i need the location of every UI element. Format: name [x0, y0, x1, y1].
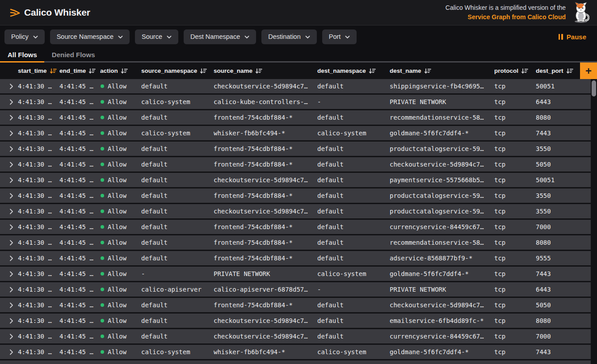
- expand-chevron-icon[interactable]: [9, 146, 13, 152]
- table-row[interactable]: 4:41:30 … 4:41:45 … Allow default fronte…: [0, 142, 591, 156]
- expand-chevron-icon[interactable]: [9, 209, 13, 214]
- filter-dropdown-button[interactable]: Policy: [4, 29, 45, 44]
- cell-source-name: frontend-754cdbf884-*: [214, 114, 317, 121]
- expand-chevron-icon[interactable]: [9, 130, 13, 136]
- expand-chevron-icon[interactable]: [9, 224, 13, 230]
- table-row[interactable]: 4:41:30 … 4:41:45 … Allow - PRIVATE NETW…: [0, 267, 591, 281]
- sort-icon: [50, 68, 57, 74]
- allow-status-dot: [101, 84, 104, 88]
- expand-chevron-icon[interactable]: [9, 177, 13, 183]
- table-row[interactable]: 4:41:30 … 4:41:45 … Allow default checko…: [0, 173, 591, 187]
- column-header[interactable]: start_time: [18, 67, 59, 74]
- add-column-button[interactable]: +: [580, 63, 597, 79]
- column-header[interactable]: dest_namespace: [317, 67, 390, 74]
- column-header-label: source_name: [214, 67, 252, 74]
- cell-dest-name: currencyservice-84459c67…: [390, 333, 494, 340]
- cell-action: Allow: [100, 239, 141, 246]
- column-header[interactable]: protocol: [494, 67, 536, 74]
- cell-start-time: 4:41:30 …: [18, 255, 59, 262]
- filter-dropdown-button[interactable]: Port: [322, 29, 357, 44]
- cell-start-time: 4:41:30 …: [18, 223, 59, 230]
- filter-dropdown-button[interactable]: Source: [135, 29, 178, 44]
- table-row[interactable]: 4:41:30 … 4:41:45 … Allow default fronte…: [0, 235, 591, 250]
- table-row[interactable]: 4:41:30 … 4:41:45 … Allow calico-apiserv…: [0, 282, 591, 297]
- cell-protocol: tcp: [494, 301, 536, 309]
- expand-chevron-icon[interactable]: [9, 318, 13, 324]
- expand-chevron-icon[interactable]: [9, 99, 13, 105]
- cell-dest-name: checkoutservice-5d9894c7…: [390, 301, 494, 309]
- column-header-label: start_time: [18, 67, 47, 74]
- table-row[interactable]: 4:41:30 … 4:41:45 … Allow default fronte…: [0, 220, 591, 234]
- cell-source-namespace: default: [141, 145, 214, 152]
- whisker-logo-icon: [9, 6, 21, 19]
- cell-end-time: 4:41:45 …: [59, 239, 100, 246]
- cell-dest-port: 7000: [536, 223, 591, 230]
- table-row[interactable]: 4:41:30 … 4:41:45 … Allow calico-system …: [0, 345, 591, 359]
- column-header[interactable]: dest_port: [536, 67, 579, 74]
- table-row[interactable]: 4:41:30 … 4:41:45 … Allow calico-system …: [0, 126, 591, 140]
- column-header-label: action: [100, 67, 118, 74]
- expand-chevron-icon[interactable]: [9, 334, 13, 339]
- flows-tab[interactable]: All Flows: [0, 48, 44, 63]
- filter-bar: Policy Source Namespace Source Dest Name…: [0, 25, 597, 48]
- table-row[interactable]: 4:41:30 … 4:41:45 … Allow default checko…: [0, 329, 591, 343]
- column-header[interactable]: dest_name: [390, 67, 494, 74]
- cell-source-namespace: default: [141, 192, 214, 199]
- table-row[interactable]: 4:41:30 … 4:41:45 … Allow default fronte…: [0, 251, 591, 265]
- expand-chevron-icon[interactable]: [9, 84, 13, 89]
- expand-chevron-icon[interactable]: [9, 255, 13, 261]
- expand-chevron-icon[interactable]: [9, 115, 13, 121]
- top-bar: Calico Whisker Calico Whisker is a simpl…: [0, 0, 597, 25]
- cell-protocol: tcp: [494, 98, 536, 105]
- cell-dest-namespace: calico-system: [317, 270, 390, 277]
- cell-start-time: 4:41:30 …: [18, 301, 59, 309]
- table-row[interactable]: 4:41:30 … 4:41:45 … Allow default fronte…: [0, 157, 591, 172]
- filter-dropdown-button[interactable]: Destination: [261, 29, 317, 44]
- calico-cat-mascot: [571, 2, 591, 23]
- cell-dest-name: paymentservice-5575668b5…: [390, 176, 494, 184]
- filter-dropdown-button[interactable]: Source Namespace: [50, 29, 130, 44]
- cell-dest-name: productcatalogservice-59…: [390, 192, 494, 199]
- filter-dropdown-button[interactable]: Dest Namespace: [184, 29, 256, 44]
- expand-chevron-icon[interactable]: [9, 240, 13, 246]
- cell-action: Allow: [100, 114, 141, 121]
- column-header[interactable]: source_name: [214, 67, 317, 74]
- filter-label: Port: [329, 33, 341, 40]
- column-header-label: protocol: [494, 67, 518, 74]
- cell-action: Allow: [100, 223, 141, 230]
- table-row[interactable]: 4:41:30 … 4:41:45 … Allow default checko…: [0, 314, 591, 328]
- cell-source-name: frontend-754cdbf884-*: [214, 301, 317, 309]
- cell-protocol: tcp: [494, 161, 536, 168]
- allow-status-dot: [101, 178, 104, 182]
- table-row[interactable]: 4:41:30 … 4:41:45 … Allow default fronte…: [0, 298, 591, 312]
- scrollbar-thumb[interactable]: [592, 80, 596, 96]
- expand-chevron-icon[interactable]: [9, 287, 13, 293]
- column-header[interactable]: end_time: [59, 67, 100, 74]
- cell-dest-port: 50051: [536, 83, 591, 90]
- service-graph-link[interactable]: Service Graph from Calico Cloud: [468, 13, 566, 21]
- table-row[interactable]: 4:41:30 … 4:41:45 … Allow default fronte…: [0, 110, 591, 125]
- allow-status-dot: [101, 288, 104, 291]
- pause-button[interactable]: Pause: [555, 31, 590, 42]
- table-row[interactable]: 4:41:30 … 4:41:45 … Allow default checko…: [0, 79, 591, 93]
- cell-dest-name: checkoutservice-5d9894c7…: [390, 161, 494, 168]
- table-row[interactable]: 4:41:30 … 4:41:45 … Allow default checko…: [0, 204, 591, 218]
- expand-chevron-icon[interactable]: [9, 271, 13, 277]
- column-header-label: dest_port: [536, 67, 563, 74]
- expand-chevron-icon[interactable]: [9, 162, 13, 167]
- column-header[interactable]: action: [100, 67, 141, 74]
- cell-action: Allow: [100, 130, 141, 137]
- allow-status-dot: [101, 225, 104, 229]
- cell-dest-namespace: default: [317, 192, 390, 199]
- cell-start-time: 4:41:30 …: [18, 333, 59, 340]
- cell-end-time: 4:41:45 …: [59, 208, 100, 215]
- cell-source-namespace: default: [141, 333, 214, 340]
- expand-chevron-icon[interactable]: [9, 302, 13, 308]
- table-row[interactable]: 4:41:30 … 4:41:45 … Allow default fronte…: [0, 188, 591, 203]
- column-header[interactable]: source_namespace: [141, 67, 214, 74]
- expand-chevron-icon[interactable]: [9, 349, 13, 355]
- flows-tab[interactable]: Denied Flows: [44, 48, 102, 63]
- cell-start-time: 4:41:30 …: [18, 145, 59, 152]
- expand-chevron-icon[interactable]: [9, 193, 13, 199]
- table-row[interactable]: 4:41:30 … 4:41:45 … Allow calico-system …: [0, 95, 591, 109]
